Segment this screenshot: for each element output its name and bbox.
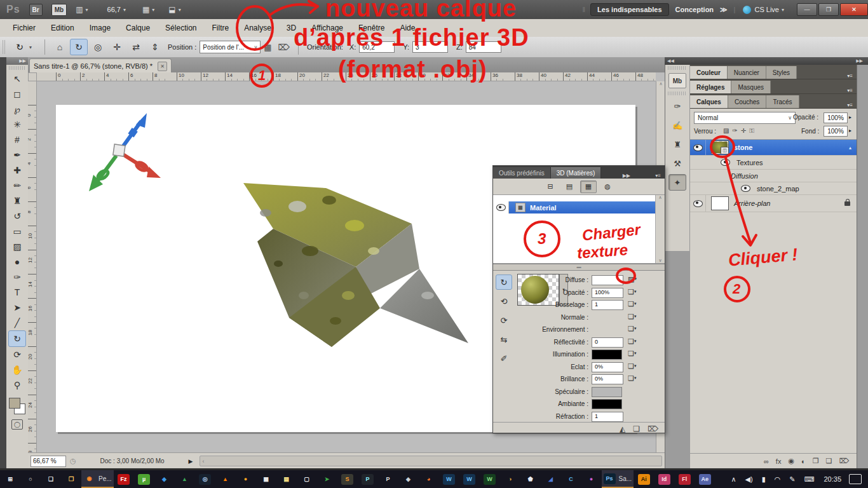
property-input[interactable]: 100% bbox=[592, 288, 623, 298]
google-drive[interactable]: ▲ bbox=[175, 470, 195, 488]
panel-splitter[interactable]: ▬ bbox=[493, 264, 665, 271]
healing-brush-tool-icon[interactable]: ✚ bbox=[9, 163, 25, 178]
type-tool-icon[interactable]: T bbox=[9, 285, 25, 300]
workspace-conception[interactable]: Conception bbox=[675, 6, 714, 13]
pen-tool-icon[interactable]: ✑ bbox=[9, 269, 25, 285]
tab-calques[interactable]: Calques bbox=[690, 95, 728, 108]
utorrent[interactable]: µ bbox=[134, 470, 154, 488]
property-input[interactable]: 1 bbox=[592, 412, 623, 422]
layer-row-stone-2-map[interactable]: stone_2_map bbox=[690, 182, 857, 195]
game-app-1[interactable]: W bbox=[439, 470, 459, 488]
dropbox[interactable]: ◆ bbox=[154, 470, 175, 488]
tray-expand-icon[interactable]: ∧ bbox=[731, 475, 736, 484]
wifi-icon[interactable]: ◠ bbox=[775, 475, 781, 484]
orientation-z-field[interactable]: 84 bbox=[466, 41, 501, 53]
tab-outils-predefinis[interactable]: Outils prédéfinis bbox=[493, 167, 551, 179]
game-app-2[interactable]: W bbox=[459, 470, 480, 488]
texture-menu-icon[interactable]: ❏▾ bbox=[628, 374, 636, 383]
stone-layer-thumbnail[interactable]: ◫ bbox=[711, 140, 729, 154]
document-app[interactable]: ▢ bbox=[297, 470, 317, 488]
tool-presets-panel-icon[interactable]: ⚒ bbox=[668, 155, 686, 172]
save-position-icon[interactable]: ▦ bbox=[264, 43, 271, 52]
3d-orbit-tool-icon[interactable]: ⟳ bbox=[9, 347, 25, 362]
lights-filter-icon[interactable]: ◍ bbox=[599, 180, 616, 193]
color-swatches[interactable] bbox=[9, 395, 25, 414]
lock-transparency-icon[interactable]: ▨ bbox=[723, 127, 729, 134]
crop-tool-icon[interactable]: # bbox=[9, 132, 25, 147]
texture-menu-icon[interactable]: ❏▾ bbox=[628, 313, 636, 321]
blend-mode-select[interactable]: Normal ∨ bbox=[694, 112, 796, 124]
tool-preset-dropdown-icon[interactable]: ▾ bbox=[29, 44, 32, 50]
illustrator[interactable]: Ai bbox=[634, 470, 654, 488]
arrange-documents-icon[interactable]: ▦ bbox=[142, 5, 149, 14]
screen-mode-icon[interactable]: ⬓ bbox=[168, 5, 175, 14]
eraser-tool-icon[interactable]: ▭ bbox=[9, 224, 25, 239]
menu-item[interactable]: 3D bbox=[279, 19, 304, 37]
orange-app[interactable]: ● bbox=[236, 470, 256, 488]
foreground-color-swatch[interactable] bbox=[9, 398, 20, 409]
volume-icon[interactable]: ◀) bbox=[745, 475, 753, 484]
3d-panel-menu-icon[interactable]: ▾≡ bbox=[651, 173, 665, 179]
p-app[interactable]: P bbox=[378, 470, 398, 488]
property-color-swatch[interactable] bbox=[592, 349, 622, 360]
dock-collapse-right-icon[interactable]: ▶▶ bbox=[690, 57, 868, 65]
action-center-icon[interactable] bbox=[849, 474, 862, 484]
tab-nuancier[interactable]: Nuancier bbox=[728, 66, 766, 79]
menu-item[interactable]: Calque bbox=[118, 19, 158, 37]
layer-row-stone[interactable]: ◫ stone ▴ bbox=[690, 140, 857, 156]
vlc[interactable]: ▲ bbox=[215, 470, 236, 488]
position-select[interactable]: Position de l'...∨ bbox=[200, 41, 261, 53]
property-input[interactable]: 1 bbox=[592, 300, 623, 310]
orientation-x-field[interactable]: 60,2 bbox=[359, 41, 395, 53]
delete-position-icon[interactable]: ⌦ bbox=[278, 43, 290, 52]
property-input[interactable]: 0% bbox=[592, 362, 623, 372]
brush-presets-panel-icon[interactable]: ✍ bbox=[668, 117, 686, 133]
meshes-filter-icon[interactable]: ▤ bbox=[561, 180, 578, 193]
link-layers-icon[interactable]: ∞ bbox=[764, 458, 769, 465]
calculator[interactable]: ▦ bbox=[256, 470, 276, 488]
close-button[interactable]: ✕ bbox=[840, 3, 868, 16]
materials-list-scrollbar[interactable]: ∧ ∨ bbox=[655, 195, 665, 263]
3d-panel-collapse-icon[interactable]: ▶▶ bbox=[619, 173, 634, 179]
scene-filter-icon[interactable]: ⊟ bbox=[542, 180, 559, 193]
rotate-3d-object-icon[interactable]: ↻ bbox=[70, 39, 88, 55]
visibility-eye-icon[interactable] bbox=[693, 200, 703, 207]
pycharm-app[interactable]: P bbox=[358, 470, 378, 488]
menu-item[interactable]: Sélection bbox=[158, 19, 204, 37]
adjustment-layer-icon[interactable]: ◐ bbox=[801, 458, 806, 465]
line-tool-icon[interactable]: ╱ bbox=[9, 315, 25, 330]
property-input[interactable]: 0 bbox=[592, 337, 623, 348]
material-list-item[interactable]: ▦ Material bbox=[493, 201, 656, 214]
search-button[interactable]: ○ bbox=[20, 470, 41, 488]
new-layer-icon[interactable]: ❏ bbox=[826, 457, 832, 465]
background-layer-thumbnail[interactable] bbox=[711, 196, 729, 210]
document-tab[interactable]: Sans titre-1 @ 66,7% (stone, RVB/8) * ✕ bbox=[29, 58, 172, 73]
horizontal-scrollbar[interactable]: ‹ bbox=[200, 456, 662, 466]
roll-3d-object-icon[interactable]: ◎ bbox=[89, 39, 107, 55]
tab-masques[interactable]: Masques bbox=[731, 81, 771, 93]
orientation-y-field[interactable]: 3 bbox=[412, 41, 448, 53]
s-app[interactable]: S bbox=[337, 470, 358, 488]
quick-mask-button[interactable]: ◯ bbox=[11, 419, 23, 430]
fill-spinner-icon[interactable]: ▸ bbox=[849, 128, 851, 133]
mini-bridge-button[interactable]: Mb bbox=[51, 4, 67, 16]
diffuse-texture-icon[interactable]: ▨▾ bbox=[628, 275, 637, 283]
move-tool-icon[interactable]: ↖ bbox=[9, 71, 25, 86]
workspace-les-indispensables[interactable]: Les indispensables bbox=[590, 3, 668, 16]
layer-group-icon[interactable]: ❐ bbox=[813, 457, 819, 465]
path-selection-tool-icon[interactable]: ➤ bbox=[9, 300, 25, 315]
flash[interactable]: Fl bbox=[674, 470, 695, 488]
touch-keyboard-icon[interactable]: ⌨ bbox=[804, 475, 815, 484]
compass-app[interactable]: ◑ bbox=[500, 470, 520, 488]
tab-3d-matieres[interactable]: 3D (Matières) bbox=[551, 167, 602, 179]
c-app[interactable]: C bbox=[561, 470, 581, 488]
dodge-tool-icon[interactable]: ● bbox=[9, 254, 25, 269]
tab-couches[interactable]: Couches bbox=[728, 95, 766, 108]
toggle-extras-icon[interactable]: ◭ bbox=[620, 424, 625, 433]
filezilla[interactable]: Fz bbox=[114, 470, 134, 488]
visibility-eye-icon[interactable] bbox=[496, 204, 506, 211]
adjust-panel-menu-icon[interactable]: ▾≡ bbox=[847, 88, 857, 93]
tab-styles[interactable]: Styles bbox=[766, 66, 797, 79]
tab-traces[interactable]: Tracés bbox=[766, 95, 799, 108]
delete-layer-icon[interactable]: ⌦ bbox=[839, 457, 849, 465]
